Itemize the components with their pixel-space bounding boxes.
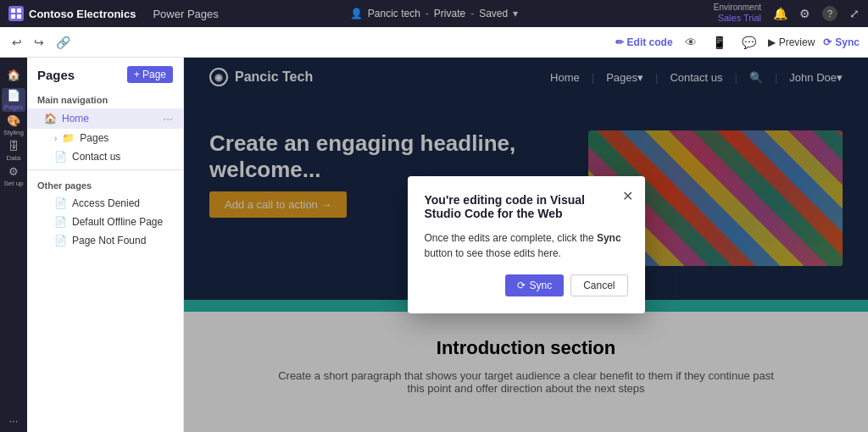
rail-styling-label: Styling: [3, 129, 24, 136]
nav-offline-label: Default Offline Page: [72, 216, 163, 228]
nav-item-pages[interactable]: › 📁 Pages: [27, 129, 183, 147]
offline-icon: 📄: [54, 216, 67, 228]
svg-rect-0: [11, 8, 15, 13]
env-badge: Environment Sales Trial: [714, 3, 761, 24]
access-denied-icon: 📄: [54, 197, 67, 209]
separator1: -: [426, 8, 429, 19]
home-rail-icon: 🏠: [7, 69, 20, 81]
rail-data[interactable]: 🗄 Data: [2, 139, 25, 163]
panel-divider: [27, 169, 183, 170]
rail-setup-label: Set up: [3, 180, 23, 187]
modal-title: You're editing code in Visual Studio Cod…: [425, 193, 628, 220]
nav-item-offline[interactable]: 📄 Default Offline Page: [27, 213, 183, 231]
rail-pages-label: Pages: [4, 103, 24, 111]
nav-home-dots[interactable]: ···: [163, 112, 173, 125]
toolbar-right: ✏ Edit code 👁 📱 💬 ▶ Preview ⟳ Sync: [615, 34, 860, 51]
dropdown-arrow[interactable]: ▾: [513, 8, 518, 19]
toolbar-left: ↩ ↪ 🔗: [8, 34, 74, 51]
modal-close-button[interactable]: ✕: [622, 188, 633, 204]
privacy-label: Private: [434, 8, 465, 19]
modal-sync-button[interactable]: ⟳ Sync: [505, 274, 564, 296]
nav-access-denied-label: Access Denied: [72, 197, 140, 209]
maximize-icon[interactable]: ⤢: [849, 7, 860, 20]
logo-icon: [8, 6, 24, 21]
nav-item-not-found[interactable]: 📄 Page Not Found: [27, 231, 183, 250]
modal-body-suffix: button to see those edits here.: [425, 247, 561, 259]
modal-sync-label: Sync: [529, 280, 552, 291]
modal-sync-icon: ⟳: [517, 280, 526, 291]
modal-overlay: You're editing code in Visual Studio Cod…: [184, 58, 868, 432]
rail-data-label: Data: [7, 154, 21, 162]
bell-icon[interactable]: 🔔: [773, 7, 787, 20]
edit-code-button[interactable]: ✏ Edit code: [615, 36, 673, 48]
separator2: -: [470, 8, 474, 19]
view-icon-button[interactable]: 👁: [682, 34, 700, 51]
gear-icon[interactable]: ⚙: [799, 7, 810, 20]
modal-cancel-button[interactable]: Cancel: [570, 274, 627, 296]
preview-button[interactable]: ▶ Preview: [768, 36, 815, 48]
pages-panel: Pages + Page Main navigation 🏠 Home ··· …: [27, 58, 184, 432]
svg-rect-3: [17, 14, 21, 19]
undo-button[interactable]: ↩: [8, 34, 25, 51]
app-name: Power Pages: [153, 8, 218, 20]
more-rail-icon: ···: [9, 414, 19, 427]
canvas-area: ◉ Pancic Tech Home | Pages▾ | Contact us…: [184, 58, 868, 432]
styling-rail-icon: 🎨: [7, 114, 20, 127]
devices-icon-button[interactable]: 📱: [709, 34, 730, 51]
comment-icon-button[interactable]: 💬: [738, 34, 760, 51]
modal-body-keyword: Sync: [597, 232, 621, 244]
save-status: Saved: [479, 8, 508, 19]
top-bar: Contoso Electronics Power Pages 👤 Pancic…: [0, 0, 868, 27]
nav-item-home[interactable]: 🏠 Home ···: [27, 108, 183, 129]
nav-item-access-denied[interactable]: 📄 Access Denied: [27, 194, 183, 213]
page-contact-icon: 📄: [54, 151, 67, 163]
top-bar-right: Environment Sales Trial 🔔 ⚙ ? ⤢: [714, 3, 860, 24]
rail-setup[interactable]: ⚙ Set up: [2, 164, 25, 188]
redo-button[interactable]: ↪: [31, 34, 47, 51]
folder-nav-icon: 📁: [62, 132, 75, 144]
modal-body: Once the edits are complete, click the S…: [425, 230, 628, 261]
edit-icon: ✏: [615, 36, 624, 48]
preview-icon: ▶: [768, 36, 776, 48]
main-nav-label: Main navigation: [27, 88, 183, 108]
nav-item-contact[interactable]: 📄 Contact us: [27, 147, 183, 166]
link-button[interactable]: 🔗: [53, 34, 74, 51]
rail-more[interactable]: ···: [2, 408, 25, 432]
svg-rect-1: [17, 8, 21, 13]
rail-pages[interactable]: 📄 Pages: [2, 88, 25, 112]
nav-pages-label: Pages: [80, 132, 108, 144]
nav-contact-label: Contact us: [72, 151, 120, 163]
rail-home[interactable]: 🏠: [2, 63, 25, 86]
modal: You're editing code in Visual Studio Cod…: [408, 176, 645, 313]
company-name: Contoso Electronics: [29, 8, 136, 20]
data-rail-icon: 🗄: [8, 140, 19, 152]
nav-not-found-label: Page Not Found: [72, 235, 146, 246]
person-icon: 👤: [350, 8, 363, 19]
pages-rail-icon: 📄: [7, 89, 20, 102]
pages-panel-title: Pages: [37, 68, 75, 82]
svg-rect-2: [11, 14, 15, 19]
env-label: Environment: [714, 3, 761, 13]
modal-body-prefix: Once the edits are complete, click the: [425, 232, 597, 244]
setup-rail-icon: ⚙: [8, 165, 19, 178]
rail-styling[interactable]: 🎨 Styling: [2, 114, 25, 137]
sync-button[interactable]: ⟳ Sync: [823, 36, 860, 48]
pages-chevron-icon: ›: [54, 134, 57, 143]
site-info: 👤 Pancic tech - Private - Saved ▾: [350, 8, 518, 19]
site-name: Pancic tech: [368, 8, 420, 19]
home-nav-icon: 🏠: [44, 113, 57, 125]
app-logo: Contoso Electronics: [8, 6, 136, 21]
main-layout: 🏠 📄 Pages 🎨 Styling 🗄 Data ⚙ Set up ··· …: [0, 58, 868, 432]
add-page-button[interactable]: + Page: [127, 66, 173, 83]
second-toolbar: ↩ ↪ 🔗 ✏ Edit code 👁 📱 💬 ▶ Preview ⟳ Sync: [0, 27, 868, 58]
nav-home-label: Home: [62, 113, 89, 125]
not-found-icon: 📄: [54, 235, 67, 246]
pages-panel-header: Pages + Page: [27, 58, 183, 88]
other-label: Other pages: [27, 174, 183, 194]
env-name: Sales Trial: [718, 13, 761, 24]
help-icon[interactable]: ?: [822, 6, 837, 21]
icon-rail: 🏠 📄 Pages 🎨 Styling 🗄 Data ⚙ Set up ···: [0, 58, 27, 432]
sync-icon: ⟳: [823, 36, 832, 48]
modal-footer: ⟳ Sync Cancel: [425, 274, 628, 296]
